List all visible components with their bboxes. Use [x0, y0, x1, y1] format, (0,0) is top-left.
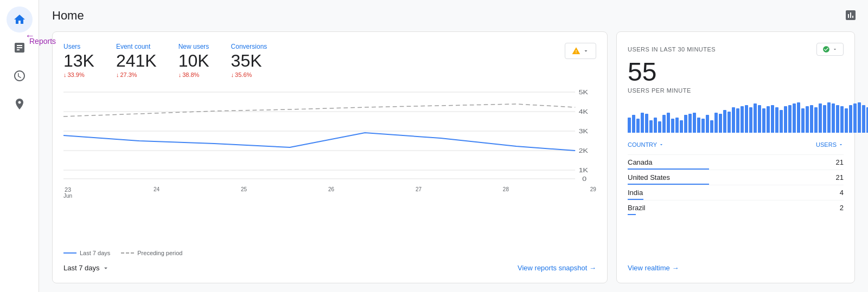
metric-conversions-value: 35K: [231, 51, 267, 70]
mini-bar: [719, 114, 722, 133]
mini-bar: [814, 107, 818, 133]
mini-bar: [784, 106, 787, 133]
advertising-icon: [13, 98, 26, 111]
country-table-header: COUNTRY USERS: [628, 141, 844, 150]
mini-bar: [801, 108, 805, 133]
warning-icon: [572, 47, 580, 55]
country-row: Brazil2: [628, 200, 844, 215]
mini-bar: [736, 108, 739, 133]
mini-bar: [775, 107, 778, 133]
legend-last7: Last 7 days: [63, 250, 110, 256]
analytics-card: Users 13K 33.9% Event count 241K 27.3% N…: [52, 31, 608, 283]
sidebar-item-explore[interactable]: [7, 63, 33, 89]
metric-conversions-label: Conversions: [231, 43, 267, 50]
page-title: Home: [52, 9, 855, 23]
mini-bar: [793, 103, 796, 133]
realtime-check-button[interactable]: [816, 43, 844, 56]
mini-bar: [832, 103, 835, 133]
x-label-23: 23Jun: [63, 186, 72, 199]
sidebar-item-advertising[interactable]: [7, 91, 33, 117]
top-right-icon[interactable]: [844, 9, 857, 24]
mini-bar: [819, 103, 822, 133]
country-name: Brazil: [628, 204, 646, 212]
country-label: COUNTRY: [628, 141, 657, 148]
chart-area: 5K 4K 3K 2K 1K 0 23Jun 24 25 26 27 28 29: [63, 87, 596, 246]
metric-event-value: 241K: [116, 51, 157, 70]
sidebar: ← Reports: [0, 0, 39, 292]
metric-conversions: Conversions 35K 35.6%: [231, 43, 267, 78]
country-name: United States: [628, 173, 670, 181]
metric-new-users-change: 38.8%: [178, 72, 209, 78]
mini-bar: [654, 118, 657, 133]
mini-bar: [641, 113, 644, 133]
mini-bar: [662, 115, 666, 133]
x-label-27: 27: [416, 186, 422, 199]
legend-dashed-line: [121, 252, 134, 254]
country-count: 21: [836, 173, 844, 181]
view-reports-link[interactable]: View reports snapshot →: [518, 264, 596, 272]
period-selector[interactable]: Last 7 days: [63, 264, 110, 272]
svg-text:4K: 4K: [579, 109, 589, 115]
country-sort-icon: [659, 142, 664, 147]
explore-icon: [13, 69, 26, 82]
country-count: 4: [840, 189, 844, 197]
metric-event-change: 27.3%: [116, 72, 157, 78]
period-dropdown-icon: [102, 264, 110, 272]
mini-bar: [632, 115, 635, 133]
mini-bar: [714, 113, 718, 133]
view-reports-label: View reports snapshot →: [518, 264, 596, 272]
realtime-subtitle: USERS PER MINUTE: [628, 87, 844, 94]
mini-bar: [680, 120, 683, 133]
metric-event-count: Event count 241K 27.3%: [116, 43, 157, 78]
mini-bar: [810, 105, 813, 133]
x-label-25: 25: [241, 186, 247, 199]
legend-preceding-label: Preceding period: [137, 250, 182, 256]
mini-bar: [649, 120, 653, 133]
mini-bar: [706, 115, 709, 133]
analytics-card-footer: Last 7 days View reports snapshot →: [63, 264, 596, 272]
home-icon: [13, 13, 26, 26]
mini-bar: [771, 105, 774, 133]
reports-label: Reports: [29, 37, 56, 46]
mini-bar: [710, 120, 713, 133]
main-content: Home Users 13K 33.9% Event count 241K 27…: [39, 0, 868, 292]
metric-conversions-change: 35.6%: [231, 72, 267, 78]
x-label-24: 24: [154, 186, 159, 199]
mini-bar: [701, 119, 705, 133]
mini-bar: [636, 119, 640, 133]
mini-bar: [645, 114, 648, 133]
users-column-header[interactable]: USERS: [816, 141, 844, 148]
sidebar-item-home[interactable]: [7, 7, 33, 33]
cards-row: Users 13K 33.9% Event count 241K 27.3% N…: [52, 31, 855, 283]
country-name: India: [628, 189, 643, 197]
mini-bar: [693, 113, 696, 133]
mini-bar: [788, 105, 792, 133]
mini-bar: [840, 106, 844, 133]
x-label-28: 28: [503, 186, 509, 199]
svg-text:0: 0: [582, 176, 586, 183]
realtime-title: USERS IN LAST 30 MINUTES: [628, 46, 716, 53]
alert-button[interactable]: [565, 43, 596, 59]
country-column-header[interactable]: COUNTRY: [628, 141, 664, 148]
check-circle-icon: [822, 46, 830, 53]
realtime-count: 55: [628, 59, 844, 85]
metric-users-value: 13K: [63, 51, 94, 70]
view-realtime-label: View realtime →: [628, 264, 679, 272]
x-label-26: 26: [328, 186, 334, 199]
svg-text:5K: 5K: [579, 89, 589, 96]
mini-bar: [675, 118, 679, 133]
mini-bar: [823, 105, 826, 133]
mini-bar: [758, 105, 761, 133]
mini-bar: [862, 105, 865, 133]
svg-text:1K: 1K: [579, 167, 589, 174]
mini-bar: [671, 119, 674, 133]
reports-icon: [13, 41, 26, 54]
view-realtime-link[interactable]: View realtime →: [628, 264, 844, 272]
country-count: 2: [840, 204, 844, 212]
metric-users-change: 33.9%: [63, 72, 94, 78]
country-row: United States21: [628, 170, 844, 185]
mini-bar: [845, 108, 848, 133]
country-name: Canada: [628, 158, 653, 166]
country-row: India4: [628, 185, 844, 200]
realtime-footer: View realtime →: [628, 257, 844, 272]
